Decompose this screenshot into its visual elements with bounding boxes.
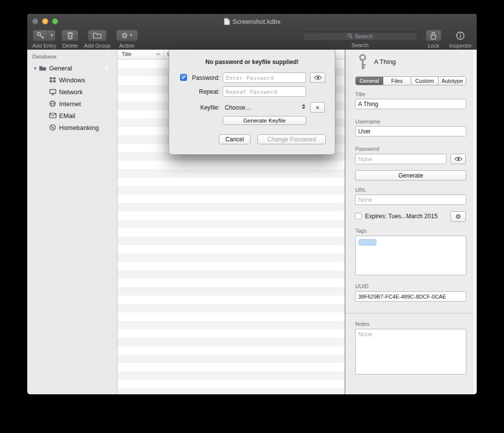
titlebar[interactable]: Screenshot.kdbx (27, 14, 477, 29)
generate-keyfile-button[interactable]: Generate Keyfile (223, 116, 306, 125)
sidebar-item-label: Homebanking (59, 124, 99, 131)
gear-icon: ⚙ (122, 32, 128, 39)
search-placeholder: Search (355, 33, 373, 39)
sidebar-item-network[interactable]: Network (27, 86, 117, 97)
lock-icon (430, 32, 437, 40)
action-item: ⚙ ▾ Action (116, 30, 138, 49)
globe-icon (48, 100, 57, 107)
inspector-label: Inspector (449, 43, 472, 49)
url-field-label: URL (355, 187, 366, 193)
expires-checkbox[interactable]: ✓ (355, 213, 362, 219)
search-input[interactable]: Search (303, 31, 418, 41)
sidebar-item-email[interactable]: EMail (27, 110, 117, 121)
gear-icon: ⚙ (455, 213, 461, 220)
app-window: Screenshot.kdbx ▾ Add Entry (27, 14, 477, 394)
search-label: Search (351, 42, 369, 48)
document-icon (224, 18, 230, 25)
inspector-item: Inspector (449, 30, 472, 49)
sort-ascending-icon (156, 53, 160, 57)
popup-stepper-icon[interactable] (301, 103, 306, 110)
action-button[interactable]: ⚙ ▾ (116, 30, 138, 41)
repeat-password-input[interactable] (223, 86, 306, 97)
add-group-label: Add Group (84, 43, 110, 49)
eye-icon (454, 156, 462, 162)
show-password-button[interactable] (310, 72, 325, 83)
folder-icon (38, 65, 47, 71)
delete-label: Delete (62, 43, 78, 49)
url-field[interactable] (355, 194, 466, 205)
sidebar-item-label: Windows (59, 76, 85, 84)
lock-label: Lock (428, 43, 439, 49)
add-group-button[interactable] (88, 30, 107, 41)
tags-box[interactable] (355, 236, 466, 275)
inspector-button[interactable] (452, 30, 468, 41)
lock-item: Lock (426, 30, 441, 49)
username-field[interactable] (355, 126, 466, 136)
tags-label: Tags (355, 228, 367, 234)
tab-files[interactable]: Files (383, 77, 411, 85)
add-entry-label: Add Entry (32, 43, 56, 49)
sidebar-item-windows[interactable]: Windows (27, 74, 117, 85)
expires-label: Expires: Tues...March 2015 (365, 213, 438, 220)
uuid-field[interactable] (355, 291, 466, 302)
lock-button[interactable] (426, 30, 441, 41)
group-badge: 2 (102, 64, 111, 71)
uuid-field-label: UUID (355, 283, 369, 289)
eye-icon (314, 75, 322, 80)
enter-password-input[interactable] (223, 72, 306, 83)
coin-percent-icon (48, 124, 57, 131)
sidebar-header: Database (32, 54, 57, 60)
clear-keyfile-button[interactable]: × (310, 102, 325, 113)
entry-title: A Thing (374, 58, 396, 65)
sidebar-item-label: Internet (59, 100, 81, 108)
sidebar-item-homebanking[interactable]: Homebanking (27, 122, 117, 133)
sidebar-item-internet[interactable]: Internet (27, 98, 117, 109)
title-field[interactable] (355, 99, 466, 109)
add-group-item: Add Group (84, 30, 110, 49)
password-enable-checkbox[interactable]: ✓ (180, 74, 187, 81)
dialog-message: No password or keyfile supplied! (169, 59, 335, 65)
change-password-button[interactable]: Change Password (257, 134, 326, 144)
inspector-scrollbar[interactable] (472, 50, 477, 394)
window-title: Screenshot.kdbx (233, 18, 281, 25)
username-field-label: Username (355, 119, 380, 124)
sidebar-item-label: EMail (59, 112, 75, 120)
checkmark-icon: ✓ (181, 75, 186, 80)
notes-label: Notes (355, 321, 370, 327)
add-entry-button[interactable]: ▾ (33, 30, 56, 41)
keyfile-popup[interactable]: Choose… (225, 104, 251, 111)
tag-chip[interactable] (359, 239, 377, 246)
add-entry-item: ▾ Add Entry (32, 30, 56, 49)
envelope-icon (48, 113, 57, 119)
column-resize-handle[interactable] (164, 51, 164, 58)
disclosure-triangle-icon[interactable]: ▾ (32, 65, 38, 71)
network-icon (48, 89, 57, 95)
search-icon (347, 33, 353, 39)
tab-autotype[interactable]: Autotype (439, 77, 466, 85)
expires-options-button[interactable]: ⚙ (450, 211, 466, 222)
add-entry-dropdown[interactable]: ▾ (48, 30, 55, 41)
sidebar-group-general[interactable]: ▾ General 2 (27, 62, 117, 73)
tab-custom[interactable]: Custom (411, 77, 439, 85)
window-chrome: Screenshot.kdbx ▾ Add Entry (27, 14, 477, 50)
generate-password-button[interactable]: Generate (355, 170, 466, 181)
windows-icon (48, 77, 57, 83)
sidebar-item-label: Network (59, 88, 83, 96)
sidebar: Database ▾ General 2 Windows (27, 50, 118, 394)
action-label: Action (119, 43, 134, 49)
title-field-label: Title (355, 91, 365, 97)
delete-item: Delete (62, 30, 78, 49)
cancel-button[interactable]: Cancel (219, 134, 251, 144)
info-circle-icon (456, 31, 465, 40)
column-header-title[interactable]: Title (122, 51, 131, 57)
trash-icon (66, 31, 74, 40)
chevron-down-icon: ▾ (130, 33, 132, 38)
inspector-divider (345, 313, 477, 313)
reveal-password-button[interactable] (450, 154, 466, 164)
password-field-label: Password (355, 146, 379, 152)
password-field[interactable] (355, 154, 446, 164)
folder-plus-icon (93, 32, 102, 39)
delete-button[interactable] (62, 30, 78, 41)
notes-field[interactable] (355, 329, 466, 374)
tab-general[interactable]: General (356, 77, 383, 85)
